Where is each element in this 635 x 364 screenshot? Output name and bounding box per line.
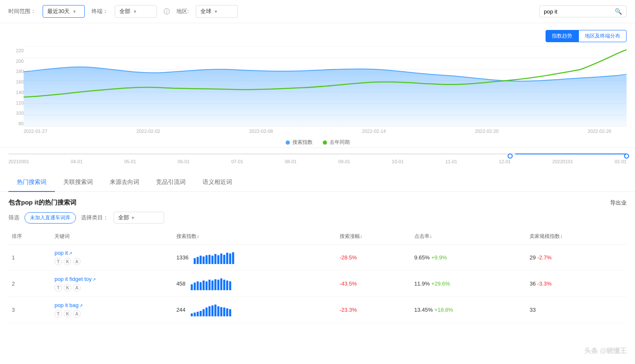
device-label: 终端： — [92, 8, 108, 15]
keyword-link[interactable]: pop it bag↗ — [54, 302, 83, 308]
mini-bar — [194, 283, 196, 290]
mini-bar — [200, 311, 202, 316]
col-seller[interactable]: 卖家规模指数↓ — [526, 229, 627, 245]
badge-k[interactable]: K — [64, 258, 71, 265]
tl-label-2: 05-01 — [124, 159, 136, 164]
badge-t[interactable]: T — [54, 310, 62, 318]
badge-a[interactable]: A — [73, 284, 81, 291]
index-cell: 458 — [173, 271, 336, 297]
ctr-delta: +9.9% — [431, 254, 447, 261]
mini-bar — [194, 313, 196, 316]
table-row: 3pop it bag↗ TKA 244 -23.3%13.45% +18.8%… — [8, 297, 627, 323]
col-ctr[interactable]: 点击率↓ — [411, 229, 527, 245]
mini-bar — [217, 280, 219, 290]
timeline-fill — [515, 154, 627, 154]
search-icon[interactable]: 🔍 — [615, 8, 622, 15]
keyword-arrow-icon: ↗ — [69, 251, 72, 256]
region-select[interactable]: 全球 ▼ — [196, 5, 238, 18]
tl-label-5: 08-01 — [285, 159, 297, 164]
keyword-link[interactable]: pop it↗ — [54, 250, 72, 256]
mini-bar — [223, 280, 225, 290]
timeline-track — [8, 150, 627, 158]
tab-hot[interactable]: 热门搜索词 — [8, 173, 55, 192]
legend-yoy-dot — [323, 140, 327, 145]
badge-k[interactable]: K — [64, 284, 71, 291]
keyword-arrow-icon: ↗ — [79, 303, 83, 308]
x-label-0: 2022-01-27 — [24, 129, 47, 134]
legend-search-dot — [286, 140, 290, 145]
col-keyword: 关键词 — [51, 229, 173, 245]
mini-bars — [194, 251, 234, 264]
data-table: 排序 关键词 搜索指数↓ 搜索涨幅↓ 点击率↓ 卖家规模指数↓ 1pop it↗… — [8, 229, 627, 323]
tab-related[interactable]: 关联搜索词 — [55, 173, 101, 192]
mini-bar — [205, 255, 208, 264]
tl-label-3: 06-01 — [178, 159, 189, 164]
seller-val: 29 — [530, 254, 535, 261]
filter-chip[interactable]: 未加入直通车词库 — [24, 212, 76, 224]
tl-label-0: 20210301 — [8, 159, 29, 164]
badge-t[interactable]: T — [54, 284, 62, 291]
mini-bars — [191, 278, 231, 290]
growth-val: -28.5% — [340, 254, 357, 261]
rank-cell: 1 — [8, 245, 51, 271]
timeline-line — [8, 154, 627, 154]
y-label-80: 80 — [11, 121, 24, 126]
timeline-thumb-right[interactable] — [624, 154, 629, 159]
y-label-180: 180 — [11, 69, 24, 74]
table-row: 1pop it↗ TKA 1336 -28.5%9.65% +9.9%29 -2… — [8, 245, 627, 271]
keyword-cell: pop it bag↗ TKA — [51, 297, 173, 323]
legend-yoy: 去年同期 — [323, 139, 350, 146]
mini-bar — [197, 257, 199, 264]
region-label: 地区: — [176, 8, 189, 15]
badge-a[interactable]: A — [73, 310, 81, 318]
table-section: 包含pop it的热门搜索词 导出业 筛选 未加入直通车词库 选择类目： 全部 … — [0, 192, 635, 330]
time-select[interactable]: 最近30天 ▼ — [43, 5, 85, 18]
export-btn[interactable]: 导出业 — [610, 199, 627, 207]
section-title: 包含pop it的热门搜索词 — [8, 199, 76, 207]
badge-t[interactable]: T — [54, 258, 62, 265]
ctr-cell: 13.45% +18.8% — [411, 297, 527, 323]
growth-cell: -43.5% — [336, 271, 411, 297]
y-label-100: 100 — [11, 111, 24, 116]
badge-k[interactable]: K — [64, 310, 71, 318]
timeline-x-labels: 20210301 04-01 05-01 06-01 07-01 08-01 0… — [8, 158, 627, 165]
tl-label-4: 07-01 — [231, 159, 243, 164]
seller-cell: 36 -3.3% — [526, 271, 627, 297]
keyword-link[interactable]: pop it fidget toy↗ — [54, 276, 96, 282]
mini-bar — [214, 254, 216, 264]
category-select[interactable]: 全部 ▼ — [113, 212, 164, 224]
mini-bar — [203, 280, 205, 290]
chart-blue-area — [24, 67, 627, 127]
badge-a[interactable]: A — [73, 258, 81, 265]
info-icon[interactable]: i — [164, 8, 170, 14]
filter-row: 筛选 未加入直通车词库 选择类目： 全部 ▼ — [8, 212, 627, 224]
search-input[interactable] — [544, 8, 615, 15]
timeline-thumb-left[interactable] — [508, 154, 513, 159]
col-index[interactable]: 搜索指数↓ — [173, 229, 336, 245]
y-label-200: 200 — [11, 59, 24, 64]
device-value: 全部 — [119, 8, 130, 15]
keyword-cell: pop it fidget toy↗ TKA — [51, 271, 173, 297]
badges: TKA — [54, 310, 170, 318]
mini-bar — [208, 280, 211, 290]
tab-source[interactable]: 来源去向词 — [101, 173, 148, 192]
table-header-row: 包含pop it的热门搜索词 导出业 — [8, 199, 627, 207]
tl-label-7: 10-01 — [392, 159, 404, 164]
ctr-delta: +18.8% — [434, 307, 453, 313]
rank-cell: 3 — [8, 297, 51, 323]
index-cell: 1336 — [173, 245, 336, 271]
seller-delta: -2.7% — [537, 254, 551, 261]
col-growth[interactable]: 搜索涨幅↓ — [336, 229, 411, 245]
trend-btn[interactable]: 指数趋势 — [546, 30, 578, 42]
device-select[interactable]: 全部 ▼ — [115, 5, 157, 18]
tab-compete[interactable]: 竞品引流词 — [148, 173, 194, 192]
mini-bar — [223, 307, 225, 316]
rank-num: 2 — [12, 280, 15, 287]
mini-bar — [226, 308, 228, 316]
table-row: 2pop it fidget toy↗ TKA 458 -43.5%11.9% … — [8, 271, 627, 297]
distribution-btn[interactable]: 地区及终端分布 — [578, 30, 627, 42]
mini-bar — [220, 253, 222, 264]
mini-bar — [200, 256, 202, 264]
ctr-val: 11.9% — [414, 280, 430, 287]
tab-semantic[interactable]: 语义相近词 — [194, 173, 240, 192]
